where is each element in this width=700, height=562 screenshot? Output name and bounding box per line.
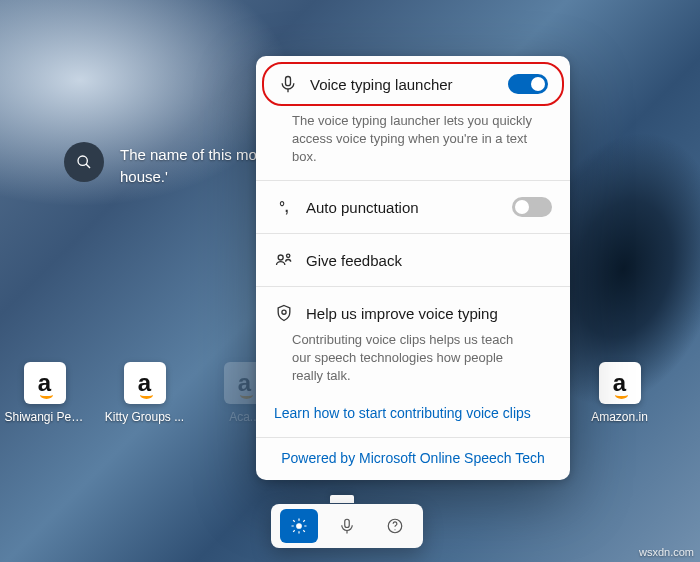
voice-typing-settings-panel: Voice typing launcher The voice typing l… — [256, 56, 570, 480]
amazon-logo: a — [613, 369, 626, 397]
svg-rect-8 — [345, 519, 350, 527]
amazon-logo: a — [238, 369, 251, 397]
svg-point-5 — [287, 254, 290, 257]
divider — [256, 233, 570, 234]
svg-line-1 — [86, 164, 90, 168]
mic-icon — [278, 74, 298, 94]
give-feedback-row[interactable]: Give feedback — [256, 236, 570, 284]
voice-typing-launcher-row[interactable]: Voice typing launcher — [262, 62, 564, 106]
amazon-tile: a — [24, 362, 66, 404]
amazon-logo: a — [138, 369, 151, 397]
panel-connector — [330, 495, 354, 503]
divider — [256, 286, 570, 287]
svg-point-4 — [278, 255, 283, 260]
voice-launcher-label: Voice typing launcher — [310, 76, 496, 93]
help-improve-desc: Contributing voice clips helps us teach … — [256, 329, 570, 397]
help-icon — [386, 517, 404, 535]
amazon-tile: a — [124, 362, 166, 404]
icon-label: Amazon.in — [591, 410, 648, 424]
svg-point-7 — [297, 524, 302, 529]
auto-punctuation-label: Auto punctuation — [306, 199, 500, 216]
give-feedback-label: Give feedback — [306, 252, 552, 269]
search-placeholder-text: The name of this mo house.' — [120, 144, 257, 188]
auto-punctuation-toggle[interactable] — [512, 197, 552, 217]
desktop-icon[interactable]: a Kitty Groups ... — [112, 362, 177, 424]
learn-contributing-link[interactable]: Learn how to start contributing voice cl… — [256, 397, 570, 435]
search-icon — [76, 154, 92, 170]
mic-icon — [338, 517, 356, 535]
divider — [256, 437, 570, 438]
svg-point-11 — [394, 529, 395, 530]
help-improve-label: Help us improve voice typing — [306, 305, 552, 322]
icon-label: Kitty Groups ... — [105, 410, 184, 424]
shield-icon — [274, 303, 294, 323]
search-button[interactable] — [64, 142, 104, 182]
auto-punctuation-row[interactable]: °, Auto punctuation — [256, 183, 570, 231]
mic-button[interactable] — [328, 509, 366, 543]
watermark: wsxdn.com — [639, 546, 694, 558]
svg-rect-2 — [286, 77, 291, 86]
voice-launcher-toggle[interactable] — [508, 74, 548, 94]
icon-label: Shiwangi Pes... — [5, 410, 85, 424]
powered-by-link[interactable]: Powered by Microsoft Online Speech Tech — [256, 440, 570, 474]
amazon-tile: a — [599, 362, 641, 404]
feedback-icon — [274, 250, 294, 270]
settings-button[interactable] — [280, 509, 318, 543]
gear-icon — [290, 517, 308, 535]
desktop-icon[interactable]: a Shiwangi Pes... — [12, 362, 77, 424]
desktop-icon[interactable]: a Amazon.in — [587, 362, 652, 424]
svg-point-6 — [282, 310, 286, 314]
help-improve-row[interactable]: Help us improve voice typing — [256, 289, 570, 329]
punctuation-icon: °, — [274, 199, 294, 215]
voice-launcher-desc: The voice typing launcher lets you quick… — [256, 112, 570, 178]
help-button[interactable] — [376, 509, 414, 543]
voice-typing-toolbar — [271, 504, 423, 548]
amazon-logo: a — [38, 369, 51, 397]
divider — [256, 180, 570, 181]
svg-point-0 — [78, 156, 87, 165]
